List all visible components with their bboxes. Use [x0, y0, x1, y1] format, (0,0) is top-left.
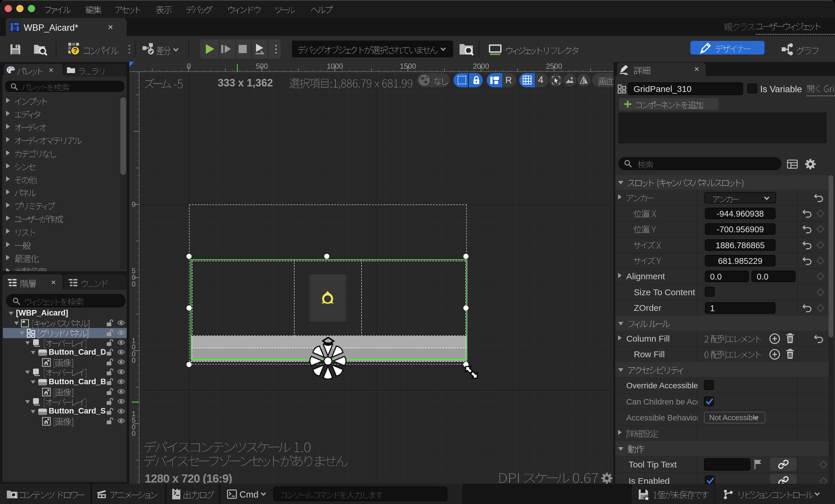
svg-text:?: ? [73, 46, 77, 54]
